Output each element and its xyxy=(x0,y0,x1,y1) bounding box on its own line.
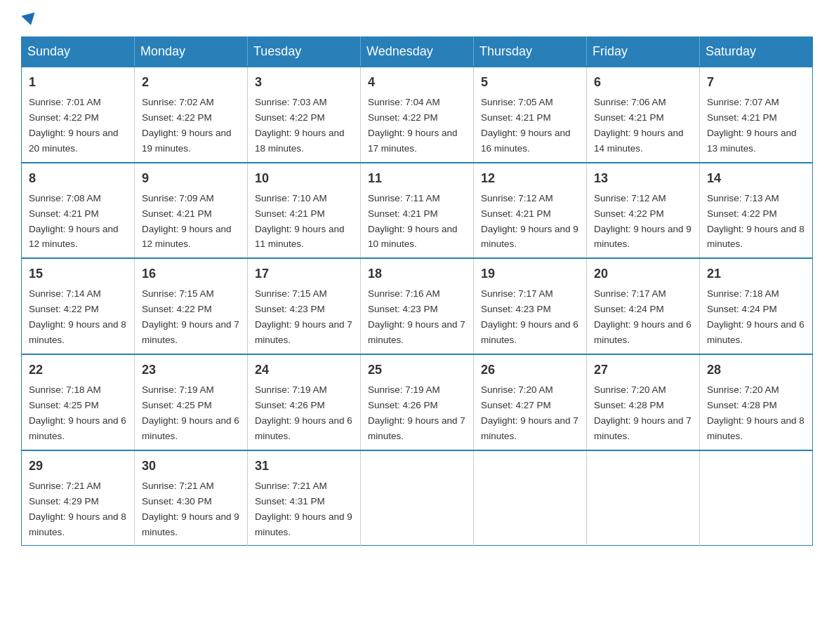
day-number: 28 xyxy=(707,361,805,380)
calendar-cell: 29 Sunrise: 7:21 AMSunset: 4:29 PMDaylig… xyxy=(22,450,135,546)
day-number: 7 xyxy=(707,73,805,92)
day-info: Sunrise: 7:17 AMSunset: 4:24 PMDaylight:… xyxy=(594,288,691,345)
calendar-cell: 14 Sunrise: 7:13 AMSunset: 4:22 PMDaylig… xyxy=(700,163,813,259)
day-number: 2 xyxy=(142,73,240,92)
calendar-cell: 3 Sunrise: 7:03 AMSunset: 4:22 PMDayligh… xyxy=(248,67,361,163)
calendar-body: 1 Sunrise: 7:01 AMSunset: 4:22 PMDayligh… xyxy=(22,67,813,546)
day-info: Sunrise: 7:18 AMSunset: 4:24 PMDaylight:… xyxy=(707,288,805,345)
day-info: Sunrise: 7:21 AMSunset: 4:30 PMDaylight:… xyxy=(142,481,239,537)
calendar-cell: 30 Sunrise: 7:21 AMSunset: 4:30 PMDaylig… xyxy=(135,450,248,546)
day-number: 21 xyxy=(707,264,805,283)
calendar-cell xyxy=(587,450,700,546)
day-info: Sunrise: 7:02 AMSunset: 4:22 PMDaylight:… xyxy=(142,97,232,154)
day-of-week-sunday: Sunday xyxy=(22,37,135,67)
day-info: Sunrise: 7:01 AMSunset: 4:22 PMDaylight:… xyxy=(29,97,119,154)
day-info: Sunrise: 7:04 AMSunset: 4:22 PMDaylight:… xyxy=(368,97,458,154)
day-of-week-monday: Monday xyxy=(135,37,248,67)
logo-triangle-icon xyxy=(21,13,37,27)
day-number: 1 xyxy=(29,73,127,92)
day-number: 24 xyxy=(255,361,353,380)
day-number: 13 xyxy=(594,169,692,188)
day-info: Sunrise: 7:15 AMSunset: 4:22 PMDaylight:… xyxy=(142,288,239,345)
day-of-week-friday: Friday xyxy=(587,37,700,67)
day-number: 29 xyxy=(29,457,127,476)
calendar-cell: 27 Sunrise: 7:20 AMSunset: 4:28 PMDaylig… xyxy=(587,354,700,450)
calendar-cell: 5 Sunrise: 7:05 AMSunset: 4:21 PMDayligh… xyxy=(474,67,587,163)
week-row-2: 8 Sunrise: 7:08 AMSunset: 4:21 PMDayligh… xyxy=(22,163,813,259)
day-number: 23 xyxy=(142,361,240,380)
day-number: 31 xyxy=(255,457,353,476)
day-info: Sunrise: 7:19 AMSunset: 4:26 PMDaylight:… xyxy=(368,384,465,441)
calendar-cell: 28 Sunrise: 7:20 AMSunset: 4:28 PMDaylig… xyxy=(700,354,813,450)
calendar-table: SundayMondayTuesdayWednesdayThursdayFrid… xyxy=(21,36,813,546)
calendar-cell: 23 Sunrise: 7:19 AMSunset: 4:25 PMDaylig… xyxy=(135,354,248,450)
day-number: 27 xyxy=(594,361,692,380)
calendar-cell: 24 Sunrise: 7:19 AMSunset: 4:26 PMDaylig… xyxy=(248,354,361,450)
calendar-cell xyxy=(361,450,474,546)
day-info: Sunrise: 7:21 AMSunset: 4:31 PMDaylight:… xyxy=(255,481,352,537)
week-row-5: 29 Sunrise: 7:21 AMSunset: 4:29 PMDaylig… xyxy=(22,450,813,546)
day-info: Sunrise: 7:17 AMSunset: 4:23 PMDaylight:… xyxy=(481,288,578,345)
day-number: 11 xyxy=(368,169,466,188)
calendar-cell: 26 Sunrise: 7:20 AMSunset: 4:27 PMDaylig… xyxy=(474,354,587,450)
day-number: 18 xyxy=(368,264,466,283)
day-number: 9 xyxy=(142,169,240,188)
day-of-week-wednesday: Wednesday xyxy=(361,37,474,67)
calendar-cell: 21 Sunrise: 7:18 AMSunset: 4:24 PMDaylig… xyxy=(700,258,813,354)
day-number: 25 xyxy=(368,361,466,380)
calendar-cell: 22 Sunrise: 7:18 AMSunset: 4:25 PMDaylig… xyxy=(22,354,135,450)
day-info: Sunrise: 7:20 AMSunset: 4:27 PMDaylight:… xyxy=(481,384,578,441)
week-row-4: 22 Sunrise: 7:18 AMSunset: 4:25 PMDaylig… xyxy=(22,354,813,450)
day-info: Sunrise: 7:19 AMSunset: 4:25 PMDaylight:… xyxy=(142,384,239,441)
day-number: 30 xyxy=(142,457,240,476)
calendar-cell: 31 Sunrise: 7:21 AMSunset: 4:31 PMDaylig… xyxy=(248,450,361,546)
day-number: 8 xyxy=(29,169,127,188)
calendar-cell: 4 Sunrise: 7:04 AMSunset: 4:22 PMDayligh… xyxy=(361,67,474,163)
days-of-week-row: SundayMondayTuesdayWednesdayThursdayFrid… xyxy=(22,37,813,67)
day-info: Sunrise: 7:20 AMSunset: 4:28 PMDaylight:… xyxy=(707,384,805,441)
day-number: 12 xyxy=(481,169,579,188)
day-number: 4 xyxy=(368,73,466,92)
calendar-cell: 2 Sunrise: 7:02 AMSunset: 4:22 PMDayligh… xyxy=(135,67,248,163)
day-number: 17 xyxy=(255,264,353,283)
day-number: 10 xyxy=(255,169,353,188)
day-of-week-saturday: Saturday xyxy=(700,37,813,67)
day-info: Sunrise: 7:15 AMSunset: 4:23 PMDaylight:… xyxy=(255,288,352,345)
day-number: 16 xyxy=(142,264,240,283)
day-number: 26 xyxy=(481,361,579,380)
day-number: 15 xyxy=(29,264,127,283)
calendar-cell: 15 Sunrise: 7:14 AMSunset: 4:22 PMDaylig… xyxy=(22,258,135,354)
day-number: 5 xyxy=(481,73,579,92)
day-number: 22 xyxy=(29,361,127,380)
calendar-cell: 9 Sunrise: 7:09 AMSunset: 4:21 PMDayligh… xyxy=(135,163,248,259)
week-row-3: 15 Sunrise: 7:14 AMSunset: 4:22 PMDaylig… xyxy=(22,258,813,354)
day-info: Sunrise: 7:09 AMSunset: 4:21 PMDaylight:… xyxy=(142,193,232,250)
day-info: Sunrise: 7:20 AMSunset: 4:28 PMDaylight:… xyxy=(594,384,691,441)
day-info: Sunrise: 7:12 AMSunset: 4:22 PMDaylight:… xyxy=(594,193,691,250)
week-row-1: 1 Sunrise: 7:01 AMSunset: 4:22 PMDayligh… xyxy=(22,67,813,163)
day-of-week-thursday: Thursday xyxy=(474,37,587,67)
day-number: 6 xyxy=(594,73,692,92)
day-number: 3 xyxy=(255,73,353,92)
calendar-cell: 25 Sunrise: 7:19 AMSunset: 4:26 PMDaylig… xyxy=(361,354,474,450)
day-info: Sunrise: 7:06 AMSunset: 4:21 PMDaylight:… xyxy=(594,97,684,154)
calendar-cell: 12 Sunrise: 7:12 AMSunset: 4:21 PMDaylig… xyxy=(474,163,587,259)
day-info: Sunrise: 7:07 AMSunset: 4:21 PMDaylight:… xyxy=(707,97,797,154)
day-info: Sunrise: 7:16 AMSunset: 4:23 PMDaylight:… xyxy=(368,288,465,345)
calendar-cell: 13 Sunrise: 7:12 AMSunset: 4:22 PMDaylig… xyxy=(587,163,700,259)
day-info: Sunrise: 7:21 AMSunset: 4:29 PMDaylight:… xyxy=(29,481,126,537)
day-info: Sunrise: 7:10 AMSunset: 4:21 PMDaylight:… xyxy=(255,193,345,250)
calendar-cell xyxy=(700,450,813,546)
calendar-header: SundayMondayTuesdayWednesdayThursdayFrid… xyxy=(22,37,813,67)
day-number: 14 xyxy=(707,169,805,188)
calendar-cell: 19 Sunrise: 7:17 AMSunset: 4:23 PMDaylig… xyxy=(474,258,587,354)
day-info: Sunrise: 7:05 AMSunset: 4:21 PMDaylight:… xyxy=(481,97,571,154)
day-info: Sunrise: 7:11 AMSunset: 4:21 PMDaylight:… xyxy=(368,193,458,250)
calendar-cell xyxy=(474,450,587,546)
logo xyxy=(21,14,38,25)
day-info: Sunrise: 7:12 AMSunset: 4:21 PMDaylight:… xyxy=(481,193,578,250)
day-info: Sunrise: 7:18 AMSunset: 4:25 PMDaylight:… xyxy=(29,384,126,441)
day-info: Sunrise: 7:08 AMSunset: 4:21 PMDaylight:… xyxy=(29,193,119,250)
calendar-cell: 11 Sunrise: 7:11 AMSunset: 4:21 PMDaylig… xyxy=(361,163,474,259)
day-number: 19 xyxy=(481,264,579,283)
